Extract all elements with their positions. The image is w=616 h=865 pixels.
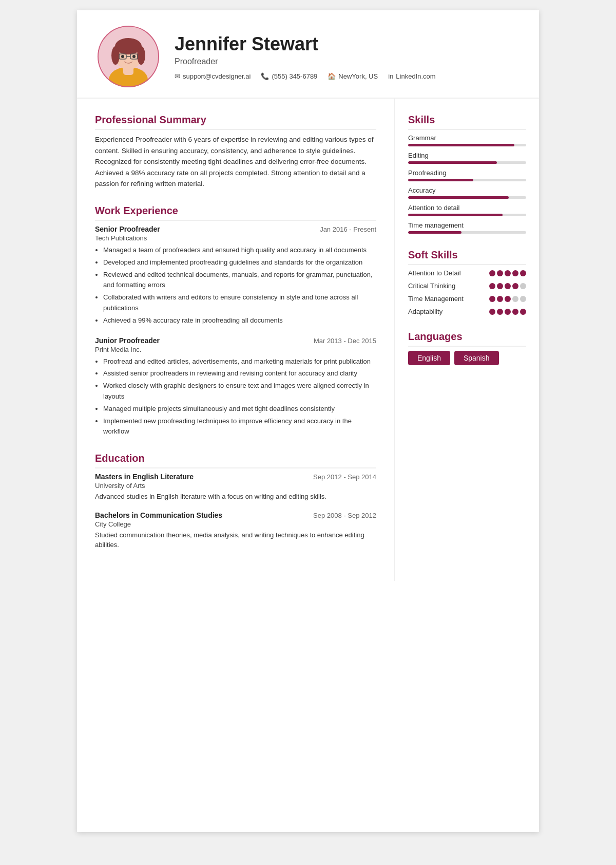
- skill-item: Time management: [408, 221, 526, 234]
- skill-item: Grammar: [408, 134, 526, 146]
- dot: [489, 296, 495, 302]
- dot: [512, 296, 518, 302]
- dot: [505, 309, 511, 315]
- skill-bar-fill: [408, 144, 514, 146]
- dots: [489, 309, 526, 315]
- edu-date: Sep 2008 - Sep 2012: [313, 512, 376, 519]
- skill-bar-bg: [408, 231, 526, 234]
- svg-point-5: [111, 46, 120, 65]
- skill-item: Editing: [408, 152, 526, 164]
- dot: [520, 296, 526, 302]
- job-title: Proofreader: [175, 57, 518, 66]
- skill-bar-fill: [408, 231, 461, 234]
- right-column: Skills Grammar Editing Proofreading Accu…: [395, 99, 539, 581]
- soft-skill-name: Attention to Detail: [408, 269, 470, 277]
- job-date: Jan 2016 - Present: [320, 225, 376, 233]
- email-icon: ✉: [175, 72, 180, 80]
- skills-section: Skills Grammar Editing Proofreading Accu…: [408, 114, 526, 234]
- job-title-text: Junior Proofreader: [95, 336, 160, 345]
- edu-desc: Advanced studies in English literature w…: [95, 492, 376, 502]
- edu-header: Bachelors in Communication Studies Sep 2…: [95, 511, 376, 519]
- skill-bar-bg: [408, 214, 526, 216]
- dot: [489, 309, 495, 315]
- phone-text: (555) 345-6789: [272, 72, 317, 80]
- linkedin-icon: in: [388, 72, 393, 80]
- skill-name: Accuracy: [408, 186, 526, 194]
- dots: [489, 270, 526, 276]
- jobs-list: Senior Proofreader Jan 2016 - Present Te…: [95, 225, 376, 437]
- dot: [489, 283, 495, 289]
- soft-skill-name: Critical Thinking: [408, 282, 470, 290]
- skills-list: Grammar Editing Proofreading Accuracy At…: [408, 134, 526, 234]
- skill-bar-fill: [408, 214, 503, 216]
- skill-bar-fill: [408, 196, 509, 199]
- skill-bar-bg: [408, 144, 526, 146]
- avatar: [98, 26, 159, 87]
- job-bullets: Managed a team of proofreaders and ensur…: [95, 245, 376, 326]
- soft-skill-name: Time Management: [408, 295, 470, 303]
- job-header: Junior Proofreader Mar 2013 - Dec 2015: [95, 336, 376, 345]
- dot: [505, 270, 511, 276]
- location-text: NewYork, US: [338, 72, 378, 80]
- job-item: Junior Proofreader Mar 2013 - Dec 2015 P…: [95, 336, 376, 438]
- svg-point-11: [132, 55, 136, 58]
- edu-desc: Studied communication theories, media an…: [95, 530, 376, 550]
- skill-item: Accuracy: [408, 186, 526, 199]
- dot: [520, 283, 526, 289]
- job-company: Tech Publications: [95, 234, 376, 242]
- experience-title: Work Experience: [95, 205, 376, 221]
- summary-title: Professional Summary: [95, 114, 376, 130]
- job-company: Print Media Inc.: [95, 346, 376, 353]
- job-header: Senior Proofreader Jan 2016 - Present: [95, 225, 376, 233]
- phone-contact: 📞 (555) 345-6789: [261, 72, 317, 80]
- dot: [512, 283, 518, 289]
- header-section: Jennifer Stewart Proofreader ✉ support@c…: [77, 10, 539, 99]
- location-icon: 🏠: [328, 72, 336, 80]
- education-item: Masters in English Literature Sep 2012 -…: [95, 473, 376, 502]
- dot: [497, 296, 503, 302]
- linkedin-text: LinkedIn.com: [396, 72, 435, 80]
- soft-skills-section: Soft Skills Attention to Detail Critical…: [408, 249, 526, 315]
- summary-text: Experienced Proofreader with 6 years of …: [95, 134, 376, 190]
- svg-point-10: [121, 55, 124, 58]
- soft-skill-item: Critical Thinking: [408, 282, 526, 290]
- skill-bar-fill: [408, 161, 497, 164]
- email-text: support@cvdesigner.ai: [183, 72, 251, 80]
- edu-degree: Bachelors in Communication Studies: [95, 511, 222, 519]
- bullet-item: Achieved a 99% accuracy rate in proofrea…: [103, 315, 376, 326]
- svg-point-6: [137, 46, 145, 65]
- contacts: ✉ support@cvdesigner.ai 📞 (555) 345-6789…: [175, 72, 518, 80]
- skill-bar-bg: [408, 196, 526, 199]
- bullet-item: Proofread and edited articles, advertise…: [103, 356, 376, 367]
- job-item: Senior Proofreader Jan 2016 - Present Te…: [95, 225, 376, 326]
- soft-skill-item: Attention to Detail: [408, 269, 526, 277]
- education-list: Masters in English Literature Sep 2012 -…: [95, 473, 376, 550]
- job-bullets: Proofread and edited articles, advertise…: [95, 356, 376, 438]
- soft-skill-item: Adaptability: [408, 308, 526, 315]
- education-section: Education Masters in English Literature …: [95, 453, 376, 550]
- education-title: Education: [95, 453, 376, 468]
- soft-skill-item: Time Management: [408, 295, 526, 303]
- bullet-item: Implemented new proofreading techniques …: [103, 416, 376, 438]
- dot: [512, 270, 518, 276]
- bullet-item: Collaborated with writers and editors to…: [103, 292, 376, 314]
- main-content: Professional Summary Experienced Proofre…: [77, 99, 539, 581]
- dot: [520, 309, 526, 315]
- soft-skills-title: Soft Skills: [408, 249, 526, 265]
- bullet-item: Reviewed and edited technical documents,…: [103, 270, 376, 291]
- dot: [505, 296, 511, 302]
- skill-name: Proofreading: [408, 169, 526, 177]
- soft-skills-list: Attention to Detail Critical Thinking Ti…: [408, 269, 526, 315]
- skill-bar-fill: [408, 179, 473, 181]
- edu-degree: Masters in English Literature: [95, 473, 194, 481]
- bullet-item: Developed and implemented proofreading g…: [103, 257, 376, 268]
- skill-item: Attention to detail: [408, 204, 526, 216]
- left-column: Professional Summary Experienced Proofre…: [77, 99, 395, 581]
- dot: [520, 270, 526, 276]
- linkedin-contact: in LinkedIn.com: [388, 72, 435, 80]
- skill-bar-bg: [408, 161, 526, 164]
- edu-date: Sep 2012 - Sep 2014: [313, 473, 376, 481]
- job-date: Mar 2013 - Dec 2015: [314, 337, 376, 345]
- languages-title: Languages: [408, 331, 526, 347]
- skill-item: Proofreading: [408, 169, 526, 181]
